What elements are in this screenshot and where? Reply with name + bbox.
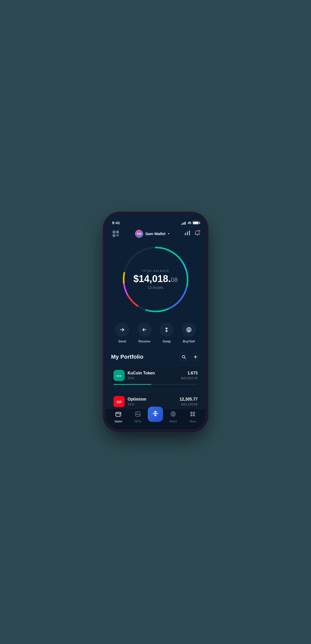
signal-bar-4 bbox=[185, 222, 186, 225]
chart-icon[interactable] bbox=[184, 230, 190, 237]
nfts-nav-label: NFTs bbox=[135, 420, 141, 423]
svg-rect-11 bbox=[189, 230, 190, 235]
asset-row-optimism: OP Optimism 31% 12,305.77 $42,149.56 bbox=[113, 396, 198, 407]
balance-cents: 08 bbox=[171, 276, 178, 283]
balance-whole: $14,018. bbox=[133, 273, 171, 284]
notification-dot bbox=[198, 230, 201, 232]
status-icons bbox=[181, 221, 199, 225]
optimism-info: Optimism 31% bbox=[128, 397, 177, 406]
portfolio-title: My Portfolio bbox=[111, 354, 143, 360]
balance-section: TOTAL BALANCE $14,018.08 12 Assets bbox=[106, 241, 205, 320]
nav-item-wallet[interactable]: Wallet bbox=[109, 411, 128, 423]
wallet-name: Sam Wallet bbox=[145, 232, 165, 236]
nav-item-web3[interactable]: Web3 bbox=[163, 411, 183, 423]
center-nav-button[interactable] bbox=[148, 407, 163, 422]
action-buttons: Send Receive bbox=[106, 320, 205, 348]
wallet-nav-label: Wallet bbox=[114, 420, 122, 423]
svg-rect-32 bbox=[116, 412, 121, 416]
avatar: SW bbox=[135, 230, 143, 238]
nav-item-nfts[interactable]: NFTs bbox=[128, 411, 148, 423]
signal-bar-1 bbox=[181, 224, 182, 225]
kucoin-percent: 32% bbox=[128, 376, 178, 380]
bottom-nav: Wallet NFTs bbox=[106, 408, 205, 429]
buysell-icon-circle: $ bbox=[182, 323, 196, 337]
swap-button[interactable]: Swap bbox=[159, 323, 174, 343]
svg-text:OP: OP bbox=[116, 400, 121, 404]
search-button[interactable] bbox=[179, 352, 188, 361]
svg-rect-42 bbox=[190, 412, 192, 414]
battery-icon bbox=[193, 221, 199, 224]
svg-line-25 bbox=[185, 358, 186, 359]
balance-amount: $14,018.08 bbox=[130, 274, 181, 284]
balance-info: TOTAL BALANCE $14,018.08 12 Assets bbox=[130, 269, 181, 290]
web3-nav-icon bbox=[170, 411, 176, 419]
battery-fill bbox=[193, 222, 198, 224]
buysell-label: Buy/Sell bbox=[183, 339, 195, 343]
optimism-amount: 12,305.77 bbox=[179, 397, 198, 402]
phone-frame: 9:41 bbox=[106, 215, 205, 429]
portfolio-actions bbox=[179, 352, 200, 361]
optimism-name: Optimism bbox=[128, 397, 177, 402]
svg-point-35 bbox=[137, 413, 137, 414]
notch bbox=[140, 215, 172, 224]
optimism-logo: OP bbox=[113, 396, 125, 407]
status-time: 9:41 bbox=[112, 221, 120, 225]
send-icon-circle bbox=[115, 323, 129, 337]
wallet-selector[interactable]: SW Sam Wallet ▾ bbox=[135, 230, 169, 238]
svg-text:KCS: KCS bbox=[117, 375, 121, 377]
balance-circle-container: TOTAL BALANCE $14,018.08 12 Assets bbox=[120, 244, 191, 315]
more-nav-icon bbox=[190, 411, 196, 419]
kucoin-values: 1.673 $43,003.34 bbox=[181, 371, 198, 380]
svg-rect-43 bbox=[193, 412, 195, 414]
send-label: Send bbox=[118, 339, 126, 343]
kucoin-amount: 1.673 bbox=[181, 371, 198, 375]
svg-rect-4 bbox=[117, 232, 118, 232]
svg-rect-45 bbox=[193, 414, 195, 416]
kucoin-name: KuCoin Token bbox=[128, 371, 178, 375]
asset-card-kucoin[interactable]: KCS KuCoin Token 32% 1.673 $43,003.34 bbox=[109, 366, 202, 389]
svg-rect-5 bbox=[113, 235, 114, 236]
add-asset-button[interactable] bbox=[191, 352, 200, 361]
receive-icon-circle bbox=[137, 323, 152, 337]
assets-count: 12 Assets bbox=[130, 286, 181, 290]
chevron-down-icon: ▾ bbox=[168, 232, 169, 235]
web3-nav-label: Web3 bbox=[170, 420, 177, 423]
scan-icon[interactable] bbox=[111, 229, 120, 238]
signal-bar-3 bbox=[184, 222, 184, 225]
receive-button[interactable]: Receive bbox=[137, 323, 152, 343]
buysell-button[interactable]: $ Buy/Sell bbox=[182, 323, 196, 343]
optimism-usd: $42,149.56 bbox=[179, 402, 198, 406]
phone-screen: 9:41 bbox=[106, 215, 205, 429]
wallet-nav-icon bbox=[115, 411, 121, 419]
bell-icon bbox=[194, 231, 200, 237]
kucoin-info: KuCoin Token 32% bbox=[128, 371, 178, 380]
svg-rect-34 bbox=[136, 412, 140, 416]
svg-rect-44 bbox=[190, 414, 192, 416]
optimism-percent: 31% bbox=[128, 402, 177, 406]
swap-icon-circle bbox=[159, 323, 174, 337]
asset-row-kucoin: KCS KuCoin Token 32% 1.673 $43,003.34 bbox=[113, 370, 198, 381]
svg-rect-10 bbox=[187, 232, 188, 235]
send-button[interactable]: Send bbox=[115, 323, 129, 343]
nav-item-center[interactable] bbox=[148, 412, 163, 422]
svg-rect-9 bbox=[185, 233, 186, 235]
portfolio-header: My Portfolio bbox=[106, 348, 205, 366]
svg-point-33 bbox=[119, 414, 120, 415]
wifi-icon bbox=[187, 221, 191, 225]
bell-icon-wrapper[interactable] bbox=[194, 230, 200, 237]
nav-item-more[interactable]: More bbox=[183, 411, 202, 423]
receive-label: Receive bbox=[138, 339, 150, 343]
signal-bars-icon bbox=[181, 221, 186, 225]
more-nav-label: More bbox=[189, 420, 196, 423]
kucoin-usd: $43,003.34 bbox=[181, 376, 198, 380]
svg-rect-3 bbox=[113, 232, 114, 232]
swap-label: Swap bbox=[162, 339, 171, 343]
header: SW Sam Wallet ▾ bbox=[106, 227, 205, 241]
header-right bbox=[184, 230, 200, 237]
center-nav-icon bbox=[152, 410, 159, 419]
kucoin-logo: KCS bbox=[113, 370, 125, 381]
kucoin-bar-fill bbox=[113, 384, 151, 385]
balance-label: TOTAL BALANCE bbox=[130, 269, 181, 272]
nfts-nav-icon bbox=[135, 411, 141, 419]
kucoin-bar-track bbox=[113, 384, 198, 385]
